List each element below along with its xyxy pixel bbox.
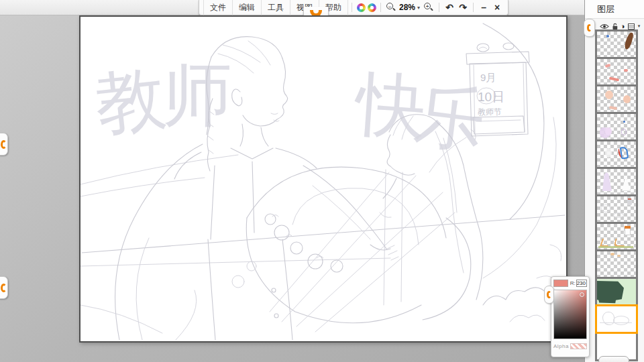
color-picker-panel: R: 230 Alpha [551,276,590,357]
layer-thumbnail-5[interactable] [597,141,636,167]
calendar-festival: 教师节 [478,107,502,117]
calendar-day: 10日 [478,90,504,104]
toolbar-separator [473,3,474,12]
color-picker-cursor[interactable] [580,292,584,297]
magnifier-plus-icon: + [424,3,433,12]
orange-crescent-icon [587,24,592,32]
lock-icon[interactable] [612,23,618,30]
undo-button[interactable]: ↶ [443,1,456,14]
menu-file[interactable]: 文件 [203,0,233,15]
layer-list [595,29,638,361]
collapsed-panel-tab-left-1[interactable] [0,133,8,156]
sketch-char-1: 教 [92,58,170,143]
layers-panel: 图层 ◑ ▾ [584,0,644,362]
layer-mode-caret-icon[interactable]: ▾ [638,23,641,29]
plate-sketch [232,167,471,332]
orange-crescent-icon [547,291,551,298]
layer-thumbnail-8[interactable] [597,224,636,249]
toolbar-separator [439,3,439,12]
swirl-clouds [483,23,562,322]
alpha-label: Alpha [553,343,569,349]
blend-half-icon[interactable]: ◑ [621,23,625,30]
orange-crescent-icon [1,140,7,149]
layer-thumbnail-6[interactable] [597,169,636,194]
zoom-in-button[interactable]: + [422,1,435,14]
layer-thumbnail-3[interactable] [597,86,636,112]
layers-panel-button[interactable] [598,356,629,362]
layer-thumbnail-7[interactable] [597,196,636,222]
color-panel-collapse-tab[interactable] [544,286,554,304]
canvas[interactable]: 教 师 快 乐 [79,15,568,343]
menu-edit[interactable]: 编辑 [233,0,262,15]
menu-tools[interactable]: 工具 [262,0,290,15]
layer-thumbnail-11-selected[interactable] [597,306,636,332]
zoom-level-value[interactable]: 28% [398,3,417,12]
sketch-char-2: 师 [162,56,232,133]
color-swirl-icon[interactable] [366,1,378,13]
layer-thumbnail-4[interactable] [597,114,636,139]
layers-panel-title: 图层 [585,0,644,19]
visibility-eye-icon[interactable] [600,23,609,29]
alpha-slider[interactable] [570,343,587,349]
red-channel-value[interactable]: 230 [576,280,587,287]
calendar-month: 9月 [480,72,496,83]
magnifier-minus-icon: – [386,3,396,12]
minimize-button[interactable]: – [477,1,490,14]
menu-bar: 文件 编辑 工具 视图 帮助 – 28% ▾ + ↶ ↷ [199,0,508,15]
collapsed-panel-tab-left-2[interactable] [0,276,8,299]
toolbar-separator [352,3,352,12]
layer-thumbnail-2[interactable] [597,59,636,84]
layers-panel-collapse-tab[interactable] [584,19,595,37]
zoom-dropdown-icon[interactable]: ▾ [417,5,420,11]
orange-crescent-icon [1,284,7,292]
layer-thumbnail-1[interactable] [597,32,636,57]
title-bar: 文件 编辑 工具 视图 帮助 – 28% ▾ + ↶ ↷ [0,0,644,15]
red-channel-label: R: [570,280,576,286]
alpha-row: Alpha [553,343,587,349]
layer-thumbnail-9[interactable] [597,251,636,277]
saturation-value-picker[interactable] [553,290,587,339]
layer-thumbnail-10[interactable] [597,279,636,304]
current-color-swatch[interactable] [553,280,568,287]
redo-button[interactable]: ↷ [456,1,470,14]
construction-lines [80,144,565,340]
layer-mode-icon[interactable] [628,23,635,29]
app-window: 文件 编辑 工具 视图 帮助 – 28% ▾ + ↶ ↷ [0,0,644,362]
color-wheel-icon[interactable] [357,3,366,12]
zoom-out-button[interactable]: – [384,1,398,14]
sketch-drawing: 教 师 快 乐 [80,17,566,341]
close-button[interactable]: × [490,1,504,14]
toolbar-separator [380,3,381,12]
color-readout-row: R: 230 [553,279,587,288]
